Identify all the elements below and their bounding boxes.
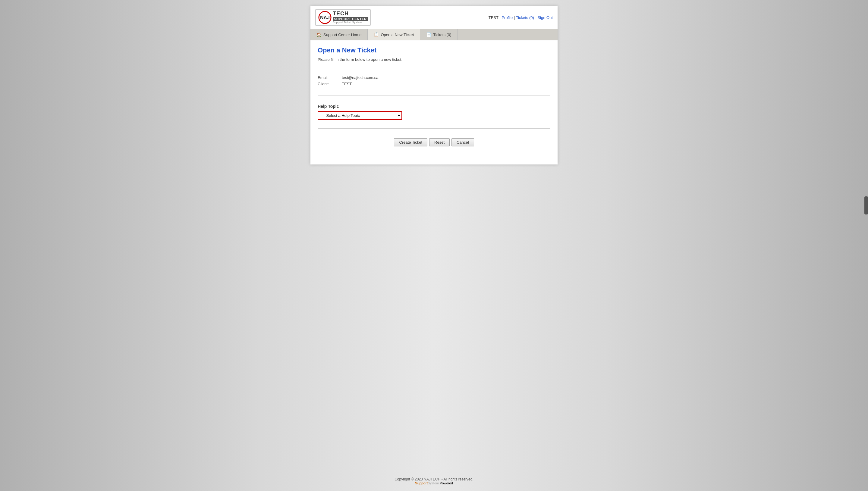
footer-powered: SupportSystem Powered: [0, 481, 868, 485]
page-title: Open a New Ticket: [318, 47, 550, 54]
button-row: Create Ticket Reset Cancel: [318, 132, 550, 152]
logo-tech-text: TECH: [333, 11, 368, 17]
signout-link[interactable]: Sign Out: [537, 16, 553, 20]
nav-tickets[interactable]: 📄 Tickets (0): [420, 29, 457, 40]
scrollbar[interactable]: [864, 196, 868, 214]
page-description: Please fill in the form below to open a …: [318, 57, 550, 62]
divider-mid: [318, 95, 550, 95]
profile-link[interactable]: Profile: [502, 16, 513, 20]
logo-icon: NAJ: [318, 11, 332, 24]
header-username: TEST: [488, 16, 499, 20]
logo-area: NAJ TECH SUPPORT CENTER Support Ticket S…: [315, 9, 371, 26]
email-label: Email:: [318, 75, 342, 80]
help-topic-label: Help Topic: [318, 104, 550, 109]
cancel-button[interactable]: Cancel: [451, 138, 474, 146]
help-topic-select[interactable]: — Select a Help Topic —: [318, 111, 402, 120]
tickets-icon: 📄: [426, 32, 431, 37]
client-value: TEST: [342, 82, 352, 86]
create-ticket-button[interactable]: Create Ticket: [394, 138, 427, 146]
header: NAJ TECH SUPPORT CENTER Support Ticket S…: [310, 6, 558, 29]
nav-support-center-home[interactable]: 🏠 Support Center Home: [310, 29, 368, 40]
nav-tickets-label: Tickets (0): [433, 32, 451, 37]
nav-open-new-ticket[interactable]: 📋 Open a New Ticket: [368, 29, 420, 40]
ticket-icon: 📋: [374, 32, 379, 37]
powered-system: System: [428, 481, 439, 485]
footer: Copyright © 2023 NAJTECH - All rights re…: [0, 477, 868, 485]
divider-top: [318, 68, 550, 68]
client-row: Client: TEST: [318, 82, 550, 86]
logo-support-text: SUPPORT CENTER: [333, 17, 368, 21]
footer-copyright: Copyright © 2023 NAJTECH - All rights re…: [0, 477, 868, 481]
header-nav: TEST | Profile | Tickets (0) - Sign Out: [488, 16, 553, 20]
home-icon: 🏠: [316, 32, 321, 37]
reset-button[interactable]: Reset: [429, 138, 450, 146]
logo-box: NAJ TECH SUPPORT CENTER Support Ticket S…: [315, 9, 371, 26]
client-label: Client:: [318, 82, 342, 86]
form-section: Help Topic — Select a Help Topic —: [318, 99, 550, 125]
main-content: Open a New Ticket Please fill in the for…: [310, 40, 558, 165]
email-row: Email: test@najtech.com.sa: [318, 75, 550, 80]
email-value: test@najtech.com.sa: [342, 75, 379, 80]
powered-suffix: Powered: [439, 481, 453, 485]
user-info-section: Email: test@najtech.com.sa Client: TEST: [318, 72, 550, 92]
powered-support: Support: [415, 481, 428, 485]
logo-subtitle-text: Support Ticket System: [333, 21, 368, 24]
nav-ticket-label: Open a New Ticket: [381, 32, 414, 37]
nav-bar: 🏠 Support Center Home 📋 Open a New Ticke…: [310, 29, 558, 40]
svg-text:NAJ: NAJ: [320, 15, 330, 20]
nav-home-label: Support Center Home: [324, 32, 361, 37]
tickets-link[interactable]: Tickets (0): [516, 16, 534, 20]
